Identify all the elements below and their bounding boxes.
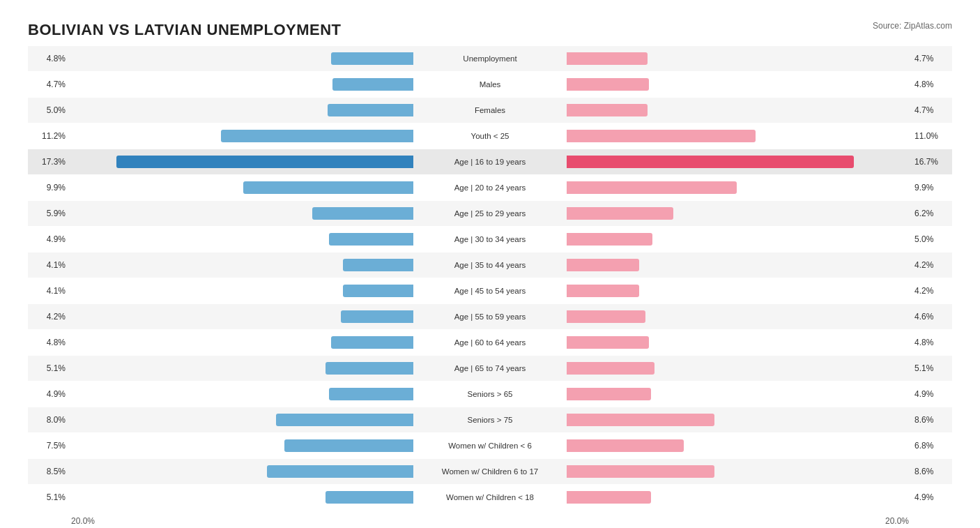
left-value: 4.7% (28, 80, 70, 89)
bars-section: Age | 20 to 24 years (70, 175, 910, 200)
bar-blue (267, 465, 413, 478)
bars-section: Unemployment (70, 46, 910, 71)
left-value: 7.5% (28, 441, 70, 451)
left-value: 4.8% (28, 54, 70, 63)
left-bars (70, 464, 413, 479)
left-value: 4.1% (28, 260, 70, 270)
chart-row: 4.1% Age | 45 to 54 years 4.2% (28, 278, 952, 303)
right-value: 6.8% (910, 441, 952, 451)
right-value: 4.8% (910, 338, 952, 347)
bar-pink (567, 336, 649, 349)
axis-bars-section: 20.0% 20.0% (70, 516, 910, 526)
left-bars (70, 103, 413, 118)
left-bars (70, 283, 413, 299)
left-bars (70, 51, 413, 66)
center-label: Age | 55 to 59 years (413, 312, 567, 321)
bars-section: Age | 30 to 34 years (70, 227, 910, 252)
right-value: 8.6% (910, 467, 952, 476)
left-bars (70, 154, 413, 169)
center-label: Age | 30 to 34 years (413, 235, 567, 243)
chart-row: 4.9% Age | 30 to 34 years 5.0% (28, 227, 952, 252)
chart-row: 4.9% Seniors > 65 4.9% (28, 382, 952, 407)
center-label: Females (413, 106, 567, 114)
chart-row: 4.8% Unemployment 4.7% (28, 46, 952, 71)
chart-container: BOLIVIAN VS LATVIAN UNEMPLOYMENT Source:… (14, 14, 966, 528)
left-value: 4.1% (28, 286, 70, 296)
left-value: 4.9% (28, 234, 70, 244)
bar-pink (567, 259, 639, 271)
left-bars (70, 206, 413, 221)
left-bars (70, 77, 413, 92)
chart-header: BOLIVIAN VS LATVIAN UNEMPLOYMENT Source:… (28, 21, 952, 39)
bars-section: Women w/ Children < 18 (70, 485, 910, 510)
bars-section: Age | 16 to 19 years (70, 149, 910, 174)
left-bars (70, 386, 413, 402)
left-value: 4.9% (28, 389, 70, 399)
left-bars (70, 309, 413, 324)
left-value: 4.2% (28, 312, 70, 322)
right-bars (567, 103, 910, 118)
center-label: Age | 20 to 24 years (413, 183, 567, 192)
bar-blue (284, 439, 413, 452)
left-value: 11.2% (28, 131, 70, 141)
center-label: Unemployment (413, 54, 567, 63)
bar-blue (343, 259, 413, 271)
left-bars (70, 180, 413, 195)
center-label: Age | 60 to 64 years (413, 338, 567, 347)
left-value: 9.9% (28, 183, 70, 193)
bars-section: Women w/ Children < 6 (70, 433, 910, 458)
chart-row: 5.1% Age | 65 to 74 years 5.1% (28, 356, 952, 381)
bar-pink (567, 78, 649, 91)
bars-section: Seniors > 75 (70, 407, 910, 432)
right-value: 11.0% (910, 131, 952, 141)
right-bars (567, 309, 910, 324)
right-value: 4.7% (910, 105, 952, 115)
bar-pink (567, 388, 651, 400)
center-label: Age | 45 to 54 years (413, 287, 567, 295)
right-value: 16.7% (910, 157, 952, 167)
bar-pink (567, 156, 854, 168)
bar-blue (312, 207, 413, 220)
left-value: 4.8% (28, 338, 70, 347)
bar-pink (567, 439, 684, 452)
right-bars (567, 51, 910, 66)
bar-pink (567, 310, 645, 323)
left-bars (70, 490, 413, 505)
bar-blue (331, 52, 413, 65)
right-bars (567, 283, 910, 299)
center-label: Age | 35 to 44 years (413, 261, 567, 269)
right-bars (567, 464, 910, 479)
axis-row: 20.0% 20.0% (28, 513, 952, 528)
center-label: Age | 16 to 19 years (413, 158, 567, 166)
right-bars (567, 490, 910, 505)
left-value: 17.3% (28, 157, 70, 167)
right-bars (567, 77, 910, 92)
chart-area: 4.8% Unemployment 4.7% 4.7% Males 4.8% 5… (28, 46, 952, 510)
bar-blue (329, 388, 413, 400)
center-label: Males (413, 80, 567, 89)
center-label: Seniors > 75 (413, 416, 567, 424)
bar-pink (567, 233, 652, 246)
bar-blue (343, 285, 413, 297)
center-label: Women w/ Children < 18 (413, 493, 567, 501)
left-bars (70, 438, 413, 453)
left-value: 5.9% (28, 209, 70, 218)
chart-row: 9.9% Age | 20 to 24 years 9.9% (28, 175, 952, 200)
bar-pink (567, 52, 648, 65)
right-bars (567, 154, 910, 169)
chart-title: BOLIVIAN VS LATVIAN UNEMPLOYMENT (28, 21, 342, 39)
right-value: 4.9% (910, 492, 952, 502)
right-value: 8.6% (910, 415, 952, 425)
bar-blue (243, 181, 413, 194)
right-bars (567, 180, 910, 195)
bar-pink (567, 104, 648, 116)
chart-row: 17.3% Age | 16 to 19 years 16.7% (28, 149, 952, 174)
chart-row: 11.2% Youth < 25 11.0% (28, 123, 952, 149)
bar-pink (567, 181, 737, 194)
bar-pink (567, 362, 654, 375)
bars-section: Age | 45 to 54 years (70, 278, 910, 303)
center-label: Youth < 25 (413, 132, 567, 140)
bar-blue (328, 104, 413, 116)
left-value: 5.1% (28, 363, 70, 373)
bar-blue (341, 310, 413, 323)
